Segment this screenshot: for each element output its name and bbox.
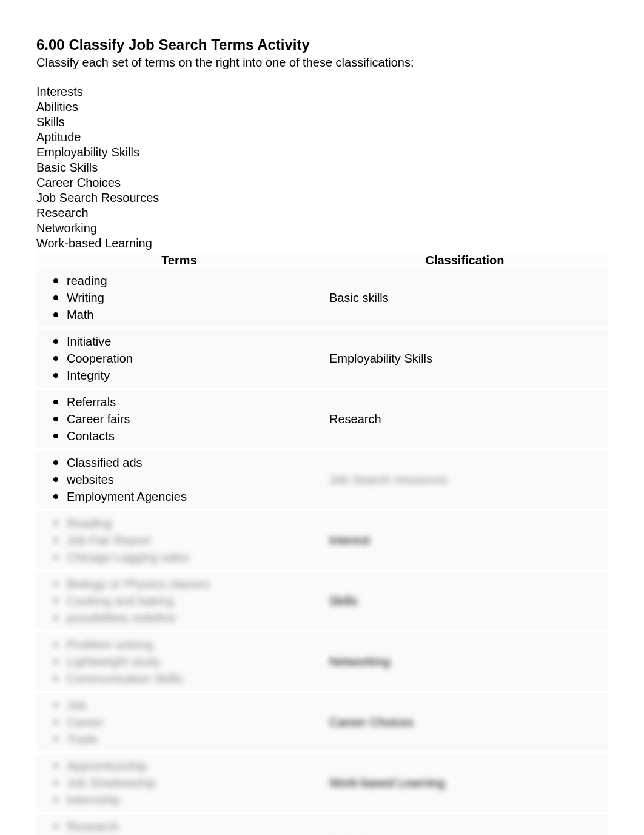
classification-cell: Skills xyxy=(322,572,608,630)
term-text: Reading xyxy=(67,515,112,532)
table-row: Problem solvingLightweight studyCommunic… xyxy=(36,632,608,693)
term-item: Employment Agencies xyxy=(44,488,315,505)
classification-item: Abilities xyxy=(36,99,608,115)
table-row: Biology or Physics classesCooking and ba… xyxy=(36,572,608,632)
table-row: ReferralsCareer fairsContactsResearch xyxy=(36,390,608,451)
bullet-icon xyxy=(53,477,58,482)
term-text: Job xyxy=(67,697,86,714)
table-row: ReadingJob Fair ReportChicago Lagging sa… xyxy=(36,511,608,572)
bullet-icon xyxy=(53,278,58,283)
table-header-row: Terms Classification xyxy=(36,252,608,269)
term-text: possibilities redefine xyxy=(67,609,176,626)
term-text: websites xyxy=(67,471,114,488)
term-item: Biology or Physics classes xyxy=(44,575,315,592)
term-item: Career fairs xyxy=(44,411,315,428)
term-item: Trade xyxy=(44,731,315,748)
term-item: possibilities redefine xyxy=(44,609,315,626)
classification-cell: Interest xyxy=(322,511,608,569)
terms-cell: readingWritingMath xyxy=(36,269,322,327)
term-text: Math xyxy=(67,306,93,323)
terms-cell: JobCareerTrade xyxy=(36,693,322,751)
bullet-icon xyxy=(53,521,58,526)
classification-text: Employability Skills xyxy=(329,352,432,366)
classification-item: Basic Skills xyxy=(36,160,608,175)
bullet-icon xyxy=(53,763,58,768)
table-row: JobCareerTradeCareer Choices xyxy=(36,693,608,754)
term-item: Apprenticeship xyxy=(44,757,315,774)
term-item: Internship xyxy=(44,791,315,808)
bullet-icon xyxy=(53,339,58,344)
term-item: Classified ads xyxy=(44,454,315,471)
term-text: Job Fair Report xyxy=(67,532,150,549)
bullet-icon xyxy=(53,599,58,603)
terms-cell: ReferralsCareer fairsContacts xyxy=(36,390,322,448)
bullet-icon xyxy=(53,720,58,725)
term-text: Apprenticeship xyxy=(67,757,147,774)
terms-cell: ApprenticeshipJob ShadowshipInternship xyxy=(36,754,322,812)
classification-text: Work-based Learning xyxy=(329,776,445,790)
term-item: Cooperation xyxy=(44,350,315,367)
bullet-icon xyxy=(53,538,58,543)
classification-item: Networking xyxy=(36,221,608,236)
classification-cell: Aptitude xyxy=(322,814,608,835)
term-text: Writing xyxy=(67,289,104,306)
bullet-icon xyxy=(53,642,58,647)
term-text: Cooking and baking xyxy=(67,592,174,609)
term-item: Lightweight study xyxy=(44,653,315,670)
bullet-icon xyxy=(53,434,58,438)
classification-item: Job Search Resources xyxy=(36,190,608,206)
bullet-icon xyxy=(53,373,58,378)
term-item: Communication Skills xyxy=(44,670,315,687)
bullet-icon xyxy=(53,460,58,465)
bullet-icon xyxy=(53,312,58,317)
term-item: Math xyxy=(44,306,315,323)
bullet-icon xyxy=(53,824,58,829)
table-row: Classified adswebsitesEmployment Agencie… xyxy=(36,451,608,511)
term-item: Job Fair Report xyxy=(44,532,315,549)
bullet-icon xyxy=(53,356,58,361)
classification-text: Networking xyxy=(329,655,390,669)
term-text: Biology or Physics classes xyxy=(67,575,210,592)
bullet-icon xyxy=(53,615,58,620)
term-item: Referrals xyxy=(44,394,315,411)
term-item: reading xyxy=(44,272,315,289)
term-item: Job Shadowship xyxy=(44,774,315,791)
term-text: Trade xyxy=(67,731,98,748)
bullet-icon xyxy=(53,780,58,785)
classification-text: Skills xyxy=(329,594,358,608)
term-item: Integrity xyxy=(44,367,315,384)
bullet-icon xyxy=(53,659,58,664)
term-text: Contacts xyxy=(67,428,115,444)
classification-cell: Work-based Learning xyxy=(322,754,608,812)
classification-item: Career Choices xyxy=(36,175,608,190)
term-text: Research xyxy=(67,818,119,835)
classifications-list: InterestsAbilitiesSkillsAptitudeEmployab… xyxy=(36,84,608,251)
term-text: Cooperation xyxy=(67,350,133,367)
term-text: Initiative xyxy=(67,333,111,350)
classification-text: Job Search resources xyxy=(329,473,448,487)
table-row: ResearchInterviewingProduct-based Learni… xyxy=(36,814,608,835)
terms-cell: Biology or Physics classesCooking and ba… xyxy=(36,572,322,630)
page-title: 6.00 Classify Job Search Terms Activity xyxy=(36,36,608,53)
bullet-icon xyxy=(53,737,58,742)
classification-cell: Basic skills xyxy=(322,269,608,327)
term-item: Job xyxy=(44,697,315,714)
classification-item: Employability Skills xyxy=(36,145,608,160)
term-item: Reading xyxy=(44,515,315,532)
terms-cell: Problem solvingLightweight studyCommunic… xyxy=(36,632,322,691)
terms-cell: Classified adswebsitesEmployment Agencie… xyxy=(36,451,322,509)
terms-cell: ResearchInterviewingProduct-based Learni… xyxy=(36,814,322,835)
term-text: Integrity xyxy=(67,367,110,384)
term-text: Referrals xyxy=(67,394,116,411)
classification-text: Career Choices xyxy=(329,716,414,729)
classification-item: Research xyxy=(36,206,608,221)
table-row: readingWritingMathBasic skills xyxy=(36,269,608,329)
table-row: ApprenticeshipJob ShadowshipInternshipWo… xyxy=(36,754,608,814)
term-text: Employment Agencies xyxy=(67,488,187,505)
term-item: Research xyxy=(44,818,315,835)
classification-item: Work-based Learning xyxy=(36,236,608,251)
classification-cell: Employability Skills xyxy=(322,329,608,387)
bullet-icon xyxy=(53,582,58,586)
term-text: Internship xyxy=(67,791,120,808)
term-item: websites xyxy=(44,471,315,488)
